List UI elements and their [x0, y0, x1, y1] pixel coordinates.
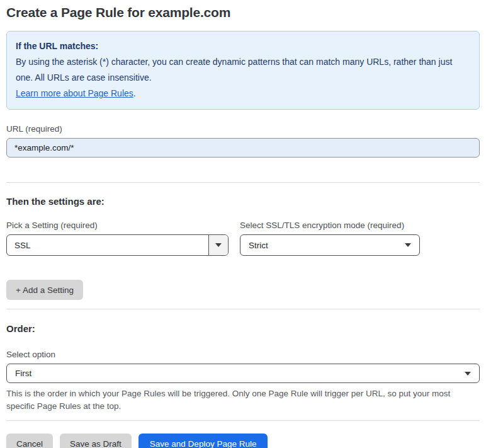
url-match-info-box: If the URL matches: By using the asteris…: [6, 31, 480, 110]
divider: [6, 420, 480, 421]
info-box-heading: If the URL matches:: [16, 38, 470, 54]
order-select[interactable]: First: [6, 364, 480, 383]
learn-more-link[interactable]: Learn more about Page Rules: [16, 88, 133, 98]
chevron-down-icon: [465, 372, 471, 376]
order-select-value: First: [15, 369, 31, 378]
settings-row: Pick a Setting (required) SSL Select SSL…: [6, 221, 480, 256]
chevron-down-icon: [215, 243, 222, 247]
order-section-heading: Order:: [6, 309, 480, 334]
url-input[interactable]: [6, 138, 480, 158]
ssl-mode-label: Select SSL/TLS encryption mode (required…: [240, 221, 420, 230]
page-rule-form: Create a Page Rule for example.com If th…: [0, 0, 486, 448]
add-setting-button[interactable]: + Add a Setting: [6, 280, 83, 300]
order-select-label: Select option: [6, 350, 480, 359]
setting-picker-group: Pick a Setting (required) SSL: [6, 221, 229, 256]
ssl-mode-value: Strict: [249, 241, 268, 250]
setting-picker-value: SSL: [7, 235, 208, 255]
settings-section-heading: Then the settings are:: [6, 183, 480, 207]
setting-picker-label: Pick a Setting (required): [6, 221, 229, 230]
ssl-mode-group: Select SSL/TLS encryption mode (required…: [240, 221, 420, 256]
order-help-text: This is the order in which your Page Rul…: [6, 388, 480, 412]
save-draft-button[interactable]: Save as Draft: [60, 434, 132, 448]
url-label: URL (required): [6, 124, 480, 134]
cancel-button[interactable]: Cancel: [6, 434, 53, 448]
info-box-link-line: Learn more about Page Rules.: [16, 86, 470, 101]
info-box-body: By using the asterisk (*) character, you…: [16, 54, 470, 86]
setting-picker-select[interactable]: SSL: [6, 234, 229, 256]
page-title: Create a Page Rule for example.com: [6, 5, 480, 20]
footer-actions: Cancel Save as Draft Save and Deploy Pag…: [6, 434, 480, 448]
ssl-mode-select[interactable]: Strict: [240, 234, 420, 256]
setting-picker-arrow-button[interactable]: [208, 235, 228, 255]
link-suffix: .: [133, 88, 136, 98]
chevron-down-icon: [405, 243, 411, 247]
save-deploy-button[interactable]: Save and Deploy Page Rule: [138, 434, 268, 448]
